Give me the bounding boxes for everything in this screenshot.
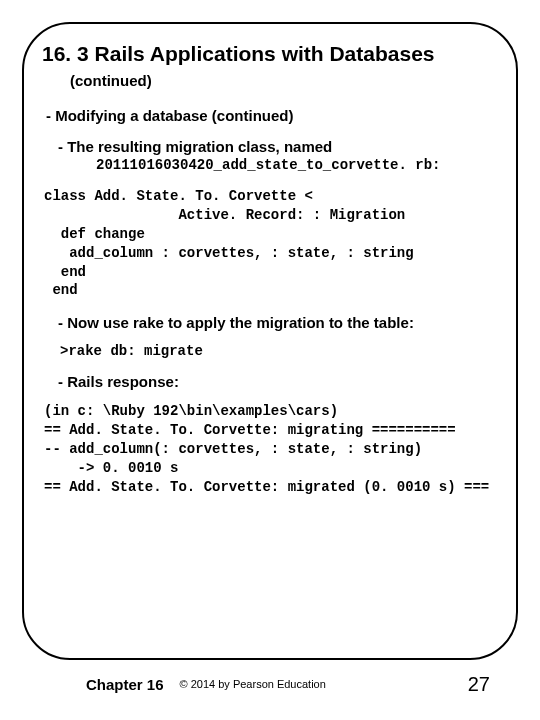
rails-response-label: - Rails response: xyxy=(58,373,498,390)
footer-page-number: 27 xyxy=(468,673,490,696)
migration-class-code: class Add. State. To. Corvette < Active.… xyxy=(44,187,498,300)
rails-output: (in c: \Ruby 192\bin\examples\cars) == A… xyxy=(44,402,498,496)
section-heading: - Modifying a database (continued) xyxy=(46,107,498,124)
slide-frame: 16. 3 Rails Applications with Databases … xyxy=(22,22,518,660)
migration-intro: - The resulting migration class, named xyxy=(58,138,498,155)
slide-footer: Chapter 16 © 2014 by Pearson Education 2… xyxy=(0,672,540,696)
slide-subtitle: (continued) xyxy=(70,72,498,89)
footer-chapter: Chapter 16 xyxy=(86,676,164,693)
migration-filename: 20111016030420_add_state_to_corvette. rb… xyxy=(96,157,498,173)
rake-command: >rake db: migrate xyxy=(60,343,498,359)
rake-intro: - Now use rake to apply the migration to… xyxy=(58,314,498,331)
footer-copyright: © 2014 by Pearson Education xyxy=(180,678,468,690)
slide-title: 16. 3 Rails Applications with Databases xyxy=(42,42,498,66)
